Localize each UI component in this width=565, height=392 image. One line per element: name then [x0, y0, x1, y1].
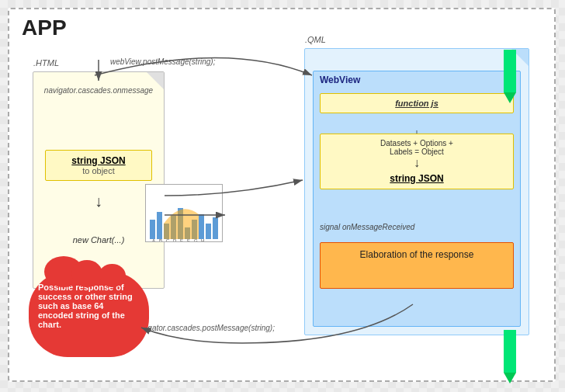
qml-document: .QML WebView function js ↓ Datasets + Op… [304, 48, 529, 335]
svg-rect-0 [150, 220, 155, 239]
qml-tab-label: .QML [305, 35, 326, 44]
html-tab-label: .HTML [33, 58, 59, 68]
svg-rect-8 [206, 224, 211, 239]
svg-text:A: A [152, 238, 155, 242]
datasets-box: Datasets + Options +Labels = Object ↓ st… [320, 134, 514, 189]
red-cloud: Possible response of success or other st… [29, 272, 149, 357]
svg-text:H: H [201, 238, 204, 242]
webview-label: WebView [320, 75, 360, 85]
webview-box: WebView function js ↓ Datasets + Options… [313, 71, 521, 327]
json-sub: to object [50, 166, 147, 175]
json-box: string JSON to object [45, 150, 152, 181]
svg-text:D: D [173, 238, 177, 242]
mini-chart: A B C D E F G H [145, 184, 223, 242]
svg-text:E: E [180, 238, 183, 242]
svg-text:C: C [166, 238, 170, 242]
svg-rect-9 [213, 217, 218, 239]
svg-rect-1 [157, 212, 162, 239]
app-title: APP [22, 16, 67, 40]
green-arrowhead-top [504, 92, 516, 103]
nav-post-message-label: navigator.cascades.postMessage(string); [133, 324, 275, 332]
green-arrow-bottom [504, 330, 516, 373]
cloud-text: Possible response of success or other st… [38, 283, 133, 329]
signal-label: signal onMessageReceived [320, 223, 414, 231]
svg-text:F: F [187, 238, 190, 242]
post-message-top-label: webView.postMessage(string); [110, 57, 215, 66]
elaboration-box: Elaboration of the response [320, 242, 514, 289]
datasets-json: string JSON [325, 173, 508, 184]
html-document: .HTML navigator.cascades.onmessage strin… [33, 71, 165, 289]
json-title: string JSON [50, 155, 147, 166]
new-chart-label: new Chart(...) [33, 235, 164, 245]
elaboration-text: Elaboration of the response [327, 249, 507, 260]
main-diagram: APP webView.postMessage(string); .HTML n… [8, 8, 556, 382]
function-js-title: function js [325, 99, 508, 108]
svg-text:B: B [159, 238, 162, 242]
green-arrowhead-bottom [504, 373, 516, 383]
svg-rect-7 [199, 214, 204, 239]
down-arrow-1: ↓ [33, 193, 164, 210]
cloud-bump [99, 264, 126, 287]
datasets-text: Datasets + Options +Labels = Object [325, 139, 508, 156]
down-arrow-3: ↓ [325, 156, 508, 170]
svg-text:G: G [194, 238, 198, 242]
green-arrow-top [504, 50, 516, 92]
function-js-box: function js [320, 93, 514, 113]
navigator-label: navigator.cascades.onmessage [40, 86, 158, 95]
